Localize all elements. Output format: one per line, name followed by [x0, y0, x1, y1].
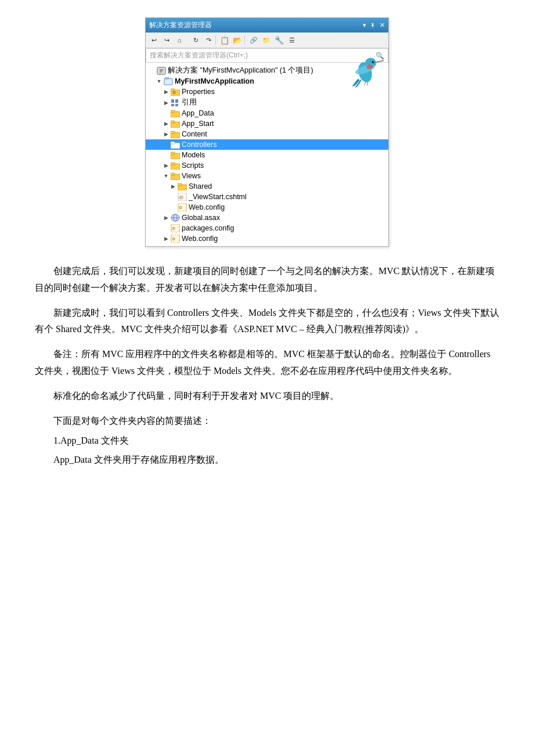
arrow-project	[155, 77, 163, 85]
references-label: 引用	[182, 98, 197, 107]
redo-button[interactable]: ↷	[203, 34, 214, 46]
scripts-label: Scripts	[182, 161, 204, 170]
home-button[interactable]: ⌂	[174, 34, 185, 46]
item1-title: 1.App_Data 文件夹	[35, 433, 499, 449]
properties-folder-icon: ⚙	[170, 87, 181, 96]
references-icon	[170, 98, 181, 107]
webconfig-root-label: Web.config	[182, 235, 218, 243]
arrow-scripts	[162, 161, 170, 170]
arrow-references	[162, 99, 170, 107]
tree-item-scripts[interactable]: Scripts	[146, 160, 388, 171]
svg-rect-28	[171, 131, 175, 134]
tree-item-webconfig-views[interactable]: ⚙ Web.config	[146, 202, 388, 213]
svg-line-7	[364, 81, 366, 85]
razor-file-icon: @	[177, 192, 187, 201]
svg-rect-20	[175, 99, 178, 103]
svg-rect-34	[171, 163, 175, 165]
se-search-text: 搜索解决方案资源管理器(Ctrl+;)	[150, 51, 248, 60]
solution-explorer-panel: 解决方案资源管理器 ▾ 🖈 ✕ ↩ ↪ ⌂ ↻ ↷ 📋 📂 🔗 📁 🔧 ☰ 搜索…	[145, 17, 389, 247]
tree-item-global[interactable]: Global.asax	[146, 213, 388, 223]
se-titlebar: 解决方案资源管理器 ▾ 🖈 ✕	[146, 18, 388, 33]
arrow-views	[162, 172, 170, 180]
se-titlebar-controls: ▾ 🖈 ✕	[363, 21, 385, 29]
folder-scripts-icon	[170, 161, 181, 170]
tree-item-references[interactable]: 引用	[146, 97, 388, 108]
svg-text:⚙: ⚙	[172, 91, 176, 95]
para4: 标准化的命名减少了代码量，同时有利于开发者对 MVC 项目的理解。	[35, 388, 499, 405]
forward-button[interactable]: ↪	[161, 34, 172, 46]
pin2-icon[interactable]: 🖈	[370, 22, 376, 29]
svg-rect-30	[171, 142, 175, 144]
copy-button[interactable]: 📋	[219, 34, 230, 46]
arrow-app-start	[162, 120, 170, 128]
refresh-button[interactable]: ↻	[190, 34, 201, 46]
properties-button[interactable]: 📁	[261, 34, 272, 46]
svg-text:@: @	[179, 195, 183, 200]
back-button[interactable]: ↩	[148, 34, 160, 46]
arrow-shared	[169, 182, 177, 190]
packages-label: packages.config	[182, 224, 234, 232]
solution-icon	[156, 66, 167, 75]
svg-text:⚙: ⚙	[179, 206, 182, 210]
models-label: Models	[182, 151, 205, 159]
tree-item-views[interactable]: Views	[146, 171, 388, 181]
arrow-properties	[162, 88, 170, 96]
arrow-content	[162, 130, 170, 138]
tree-item-viewstart[interactable]: @ _ViewStart.cshtml	[146, 192, 388, 202]
svg-rect-14	[164, 78, 172, 85]
solution-label: 解决方案 "MyFirstMvcApplication" (1 个项目)	[168, 66, 313, 75]
pin-icon[interactable]: ▾	[363, 21, 366, 29]
item1-desc: App_Data 文件夹用于存储应用程序数据。	[35, 452, 499, 469]
tree-item-webconfig-root[interactable]: ⚙ Web.config	[146, 233, 388, 244]
se-titlebar-title: 解决方案资源管理器	[149, 20, 212, 30]
global-asax-icon	[170, 213, 181, 222]
tree-item-packages[interactable]: ⚙ packages.config	[146, 223, 388, 233]
project-icon	[163, 77, 174, 86]
svg-rect-22	[175, 104, 178, 106]
main-content: 创建完成后，我们可以发现，新建项目的同时创建了一个与之同名的解决方案。MVC 默…	[35, 263, 499, 469]
svg-rect-15	[165, 77, 168, 79]
menu-button[interactable]: ☰	[286, 34, 298, 46]
close-icon[interactable]: ✕	[380, 21, 385, 29]
svg-rect-26	[171, 121, 175, 123]
svg-rect-36	[171, 173, 175, 175]
tree-item-shared[interactable]: Shared	[146, 181, 388, 192]
settings-button[interactable]: 🔧	[273, 34, 285, 46]
project-label: MyFirstMvcApplication	[175, 77, 254, 85]
app-data-label: App_Data	[182, 109, 214, 117]
para3: 备注：所有 MVC 应用程序中的文件夹名称都是相等的。MVC 框架基于默认的命名…	[35, 346, 499, 380]
app-start-label: App_Start	[182, 120, 214, 128]
packages-config-icon: ⚙	[170, 224, 181, 233]
views-label: Views	[182, 172, 201, 180]
tree-item-app-start[interactable]: App_Start	[146, 118, 388, 129]
para2: 新建完成时，我们可以看到 Controllers 文件夹、Models 文件夹下…	[35, 305, 499, 339]
tree-item-content[interactable]: Content	[146, 129, 388, 139]
paste-button[interactable]: 📂	[232, 34, 243, 46]
properties-label: Properties	[182, 88, 215, 96]
folder-content-icon	[170, 129, 181, 139]
webconfig-views-label: Web.config	[189, 203, 225, 211]
folder-views-icon	[170, 171, 181, 181]
svg-rect-21	[171, 104, 174, 106]
show-all-files-button[interactable]: 🔗	[248, 34, 259, 46]
webconfig-root-icon: ⚙	[170, 234, 181, 243]
tree-item-app-data[interactable]: App_Data	[146, 108, 388, 118]
arrow-global	[162, 214, 170, 222]
svg-text:⚙: ⚙	[172, 226, 175, 231]
svg-rect-32	[171, 152, 175, 154]
folder-app-start-icon	[170, 119, 181, 128]
para5: 下面是对每个文件夹内容的简要描述：	[35, 413, 499, 430]
global-label: Global.asax	[182, 214, 220, 222]
viewstart-label: _ViewStart.cshtml	[189, 193, 247, 201]
svg-text:⚙: ⚙	[172, 237, 175, 241]
se-tree: 解决方案 "MyFirstMvcApplication" (1 个项目) MyF…	[146, 63, 388, 246]
folder-app-data-icon	[170, 109, 181, 118]
hummingbird-decoration	[342, 45, 383, 86]
tree-item-models[interactable]: Models	[146, 150, 388, 160]
tree-item-controllers[interactable]: Controllers	[146, 139, 388, 150]
svg-rect-24	[171, 110, 175, 113]
controllers-label: Controllers	[182, 141, 217, 149]
svg-line-4	[376, 60, 384, 62]
content-label: Content	[182, 130, 207, 138]
config-file-icon: ⚙	[177, 203, 187, 212]
